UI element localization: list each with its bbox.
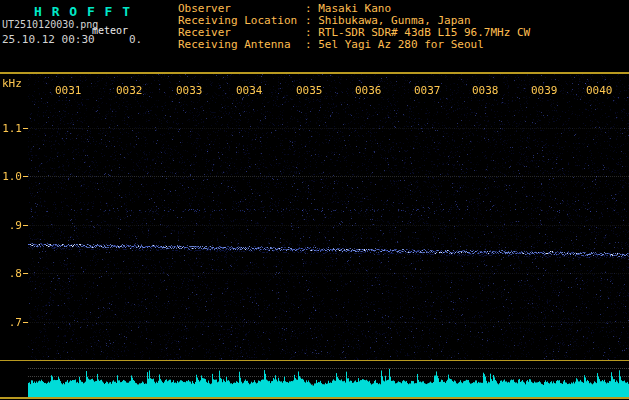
x-tick-label: 0038: [472, 84, 499, 97]
y-tick-label: 1.1: [0, 122, 22, 135]
x-tick-label: 0035: [296, 84, 323, 97]
y-tick-label: .7: [0, 316, 22, 329]
observation-mode-label: meteor: [92, 25, 128, 36]
x-tick-label: 0036: [355, 84, 382, 97]
spectrogram-canvas: [0, 74, 629, 360]
hrofft-window: H R O F F T UT2510120030.png meteor 25.1…: [0, 0, 629, 400]
y-tick-label: .9: [0, 219, 22, 232]
info-row-label: Receiving Antenna: [178, 39, 305, 51]
output-filename: UT2510120030.png: [2, 19, 98, 30]
observation-datetime: 25.10.12 00:30: [2, 33, 95, 46]
app-title: H R O F F T: [34, 4, 131, 19]
x-tick-label: 0039: [531, 84, 558, 97]
x-tick-label: 0040: [586, 84, 613, 97]
y-axis-unit-label: kHz: [2, 77, 22, 90]
info-row: Receiving Antenna: 5el Yagi Az 280 for S…: [178, 39, 530, 51]
bottom-border: [0, 397, 629, 399]
x-tick-label: 0034: [236, 84, 263, 97]
x-tick-label: 0032: [116, 84, 143, 97]
info-row-value: : 5el Yagi Az 280 for Seoul: [305, 38, 484, 51]
spectrogram-level-divider: [0, 360, 629, 361]
x-tick-label: 0037: [414, 84, 441, 97]
y-tick-label: .8: [0, 267, 22, 280]
station-info-block: Observer: Masaki KanoReceiving Location:…: [178, 3, 530, 51]
x-tick-label: 0033: [176, 84, 203, 97]
signal-level-canvas: [0, 362, 629, 397]
x-tick-label: 0031: [55, 84, 82, 97]
y-tick-label: 1.0: [0, 170, 22, 183]
echo-count: 0.: [129, 33, 142, 46]
